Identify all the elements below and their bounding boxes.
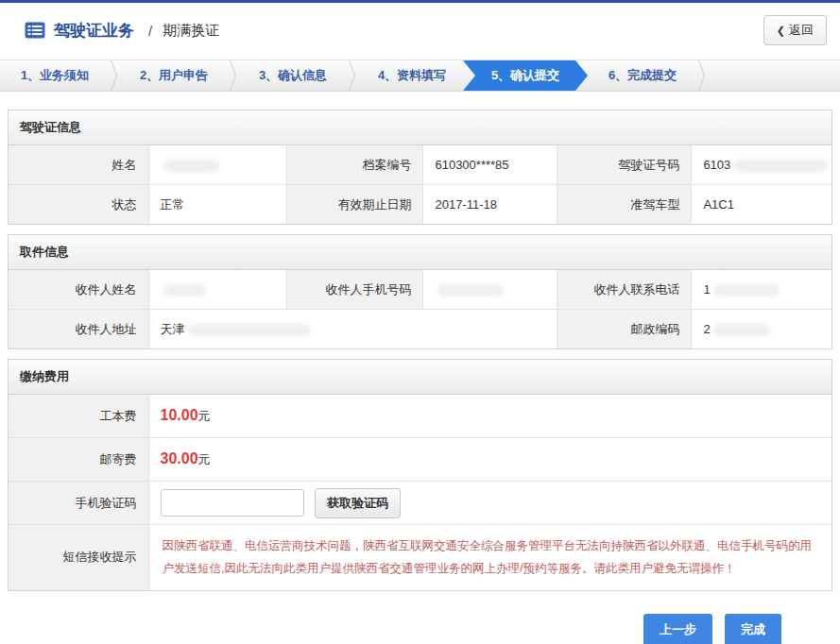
bottom-action-bar: 上一步 完成 bbox=[0, 614, 781, 644]
postcode-value: 2 bbox=[692, 310, 831, 349]
file-number-value: 610300****85 bbox=[423, 145, 557, 185]
table-row: 收件人姓名 收件人手机号码 收件人联系电话 1 bbox=[9, 270, 831, 310]
recipient-phone-label: 收件人联系电话 bbox=[557, 270, 692, 310]
step-progress-bar: 1、业务须知 2、用户申告 3、确认信息 4、资料填写 5、确认提交 6、完成提… bbox=[0, 59, 840, 92]
page-title: 驾驶证业务 bbox=[54, 20, 134, 42]
mail-fee-value: 30.00元 bbox=[148, 438, 831, 482]
table-row: 收件人地址 天津 邮政编码 2 bbox=[9, 310, 831, 349]
expiry-date-value: 2017-11-18 bbox=[423, 185, 557, 225]
status-label: 状态 bbox=[9, 185, 148, 225]
cost-fee-label: 工本费 bbox=[9, 395, 148, 438]
recipient-mobile-value bbox=[423, 270, 557, 310]
license-info-section-title: 驾驶证信息 bbox=[9, 110, 831, 145]
recipient-name-value bbox=[148, 270, 286, 310]
currency-unit: 元 bbox=[198, 452, 211, 466]
captcha-cell: 获取验证码 bbox=[148, 482, 831, 525]
redacted-text bbox=[437, 284, 504, 297]
table-row: 手机验证码 获取验证码 bbox=[9, 482, 831, 525]
vehicle-type-value: A1C1 bbox=[692, 185, 831, 225]
payment-section: 缴纳费用 工本费 10.00元 邮寄费 30.00元 手机验证码 获取验证码 短… bbox=[8, 359, 832, 591]
cost-fee-amount: 10.00 bbox=[161, 407, 198, 423]
recipient-mobile-label: 收件人手机号码 bbox=[286, 270, 423, 310]
breadcrumb-separator: / bbox=[148, 23, 152, 39]
table-row: 邮寄费 30.00元 bbox=[9, 438, 831, 482]
page-header: 驾驶证业务 / 期满换证 ❮返回 bbox=[0, 3, 840, 59]
pickup-info-section: 取件信息 收件人姓名 收件人手机号码 收件人联系电话 1 收件人地址 天津 邮政… bbox=[8, 234, 832, 349]
recipient-address-value: 天津 bbox=[148, 310, 557, 349]
table-row: 状态 正常 有效期止日期 2017-11-18 准驾车型 A1C1 bbox=[9, 185, 831, 225]
redacted-text bbox=[163, 284, 206, 297]
recipient-name-label: 收件人姓名 bbox=[9, 270, 148, 310]
step-1-business-notice[interactable]: 1、业务须知 bbox=[0, 60, 110, 91]
finish-button[interactable]: 完成 bbox=[725, 614, 781, 644]
chevron-separator-icon bbox=[348, 60, 357, 91]
payment-table: 工本费 10.00元 邮寄费 30.00元 手机验证码 获取验证码 短信接收提示… bbox=[9, 395, 831, 590]
vehicle-type-label: 准驾车型 bbox=[557, 185, 692, 225]
breadcrumb-current: 期满换证 bbox=[163, 22, 219, 40]
table-row: 短信接收提示 因陕西省联通、电信运营商技术问题，陕西省互联网交通安全综合服务管理… bbox=[9, 525, 831, 590]
chevron-separator-icon bbox=[229, 60, 238, 91]
recipient-address-label: 收件人地址 bbox=[9, 310, 148, 349]
table-row: 工本费 10.00元 bbox=[9, 395, 831, 438]
back-button[interactable]: ❮返回 bbox=[763, 15, 827, 45]
sms-notice-text: 因陕西省联通、电信运营商技术问题，陕西省互联网交通安全综合服务管理平台无法向持陕… bbox=[148, 525, 831, 590]
status-value: 正常 bbox=[148, 185, 286, 225]
get-captcha-button[interactable]: 获取验证码 bbox=[315, 488, 401, 518]
step-5-confirm-submit[interactable]: 5、确认提交 bbox=[463, 60, 588, 91]
redacted-text bbox=[163, 160, 220, 172]
expiry-date-label: 有效期止日期 bbox=[286, 185, 423, 225]
name-value bbox=[148, 145, 286, 185]
pickup-info-table: 收件人姓名 收件人手机号码 收件人联系电话 1 收件人地址 天津 邮政编码 2 bbox=[9, 270, 831, 348]
captcha-label: 手机验证码 bbox=[9, 482, 148, 525]
mail-fee-amount: 30.00 bbox=[161, 450, 198, 466]
redacted-text bbox=[733, 160, 828, 172]
license-number-label: 驾驶证号码 bbox=[557, 145, 692, 185]
redacted-text bbox=[713, 284, 780, 297]
postcode-label: 邮政编码 bbox=[557, 310, 692, 349]
currency-unit: 元 bbox=[198, 409, 211, 423]
step-bar-filler bbox=[707, 60, 840, 91]
chevron-separator-icon bbox=[697, 60, 707, 91]
chevron-left-icon: ❮ bbox=[777, 25, 785, 36]
table-row: 姓名 档案编号 610300****85 驾驶证号码 6103 bbox=[9, 145, 831, 185]
previous-step-button[interactable]: 上一步 bbox=[643, 614, 712, 644]
redacted-text bbox=[188, 324, 311, 336]
pickup-info-section-title: 取件信息 bbox=[9, 235, 831, 270]
captcha-input[interactable] bbox=[161, 489, 304, 517]
mail-fee-label: 邮寄费 bbox=[9, 438, 148, 482]
step-3-confirm-info[interactable]: 3、确认信息 bbox=[238, 60, 348, 91]
chevron-separator-icon bbox=[110, 60, 119, 91]
sms-notice-label: 短信接收提示 bbox=[9, 525, 148, 590]
file-number-label: 档案编号 bbox=[286, 145, 423, 185]
license-number-value: 6103 bbox=[692, 145, 831, 185]
back-button-label: 返回 bbox=[789, 23, 814, 37]
recipient-phone-value: 1 bbox=[692, 270, 831, 310]
name-label: 姓名 bbox=[9, 145, 148, 185]
step-4-fill-data[interactable]: 4、资料填写 bbox=[357, 60, 467, 91]
redacted-text bbox=[713, 324, 770, 336]
step-6-complete-submit[interactable]: 6、完成提交 bbox=[588, 60, 697, 91]
payment-section-title: 缴纳费用 bbox=[9, 360, 831, 395]
license-service-icon bbox=[25, 22, 45, 39]
cost-fee-value: 10.00元 bbox=[148, 395, 831, 438]
license-info-table: 姓名 档案编号 610300****85 驾驶证号码 6103 状态 正常 有效… bbox=[9, 145, 831, 224]
step-2-user-declaration[interactable]: 2、用户申告 bbox=[119, 60, 229, 91]
license-info-section: 驾驶证信息 姓名 档案编号 610300****85 驾驶证号码 6103 状态… bbox=[8, 110, 832, 225]
